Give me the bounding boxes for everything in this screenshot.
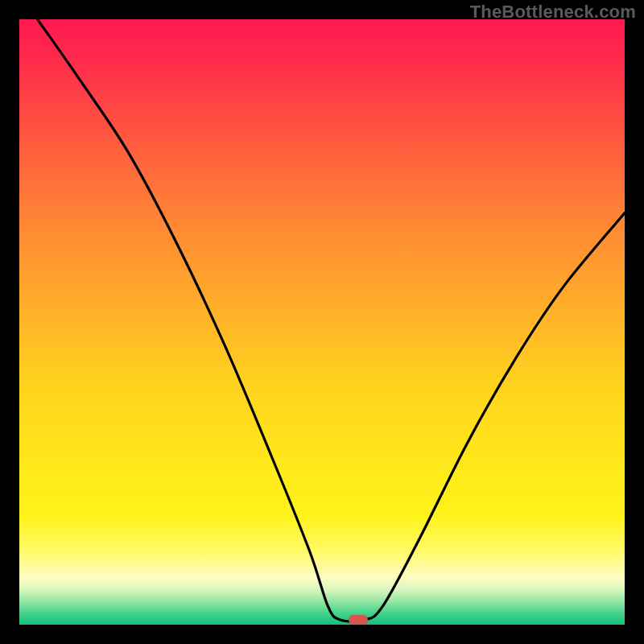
bottleneck-curve [19,19,625,625]
plot-area [19,19,625,625]
watermark-text: TheBottleneck.com [470,2,636,23]
optimal-marker [349,615,368,625]
chart-frame: TheBottleneck.com [0,0,644,644]
